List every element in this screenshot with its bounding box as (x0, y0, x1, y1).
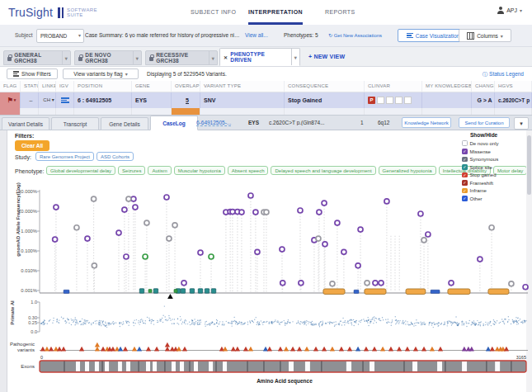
overlap-count[interactable]: 5 (186, 92, 189, 108)
detail-tab-gene-details[interactable]: Gene Details (101, 117, 148, 130)
close-icon[interactable]: ✕ (224, 54, 228, 60)
view-tab-phenotype-driven[interactable]: ✕PHENOTYPE DRIVEN▾ (219, 48, 300, 66)
view-all-link[interactable]: View all... (245, 32, 268, 38)
column-header-status[interactable]: STATUS (21, 81, 39, 92)
svg-text:0.001%: 0.001% (21, 288, 37, 293)
chevron-down-icon: ▾ (14, 92, 16, 108)
column-header-my-knowledgebase[interactable]: MY KNOWLEDGEBASE (422, 81, 472, 92)
new-view-button[interactable]: + NEW VIEW (308, 54, 345, 59)
phenotype-chip[interactable]: Generalized hypotonia (379, 166, 436, 175)
lock-icon (149, 57, 153, 61)
detail-tab-variant-details[interactable]: Variant Details (2, 117, 49, 130)
gene-cell: EYS (132, 92, 172, 108)
status-legend-link[interactable]: ⓘ Status Legend (483, 71, 524, 78)
inframe-points (323, 289, 509, 295)
detail-tab-caselog[interactable]: CaseLog (150, 116, 198, 130)
view-by-flag-dropdown[interactable]: View variants by flag ▾ (63, 68, 139, 79)
get-new-associations-link[interactable]: ↻ Get New Associations (328, 32, 382, 38)
column-header-flag[interactable]: FLAG (0, 81, 21, 92)
phenotypes-count: Phenotypes: 5 (284, 32, 318, 38)
checkbox-checked-icon: ✓ (462, 149, 468, 154)
checkbox-checked-icon: ✓ (462, 172, 468, 178)
exon-bar (40, 361, 526, 372)
column-header-gene[interactable]: GENE (132, 81, 172, 92)
study-chip[interactable]: ASD Cohorts (97, 152, 134, 161)
column-header-hgvs[interactable]: HGVS (495, 81, 532, 92)
clear-all-button[interactable]: Clear All (15, 140, 49, 151)
column-header-variant-type[interactable]: VARIANT TYPE (200, 81, 285, 92)
chevron-down-icon: ▾ (78, 30, 81, 42)
phenotype-chip[interactable]: Global developmental delay (46, 166, 115, 175)
header-tab-interpretation[interactable]: INTERPRETATION (248, 0, 303, 25)
clinvar-empty-box (404, 97, 412, 104)
overlap-cell[interactable]: 5 (172, 92, 200, 108)
columns-button[interactable]: Columns ▾ (459, 29, 511, 42)
chevron-down-icon[interactable]: ▾ (62, 51, 68, 64)
detail-tab-transcript[interactable]: Transcript (51, 117, 99, 130)
linked-cell[interactable]: CH ▾ (39, 92, 56, 108)
legend-item-missense[interactable]: ✓Missense (462, 149, 526, 154)
column-header-consequence[interactable]: CONSEQUENCE (285, 81, 365, 92)
study-chip[interactable]: Rare Genomes Project (35, 152, 94, 161)
view-tab-de-novo-grch38[interactable]: DE NOVO GRCH38▾ (74, 50, 142, 65)
flag-cell[interactable]: ⚑▾ (0, 92, 21, 108)
legend-item-splice-site[interactable]: ✓Splice site (462, 164, 526, 170)
study-chips: Rare Genomes ProjectASD Cohorts (35, 152, 136, 161)
legend-item-label: Missense (470, 149, 491, 154)
consequence-cell: Stop Gained (285, 92, 365, 108)
column-header-linked[interactable]: LINKED (39, 81, 56, 92)
svg-text:0.100%: 0.100% (21, 248, 37, 253)
send-for-curation-button[interactable]: Send for Curation (459, 117, 510, 128)
pathogenic-triangles (40, 342, 509, 352)
table-row[interactable]: ⚑▾–CH ▾6 : 64912505EYS5SNVStop GainedPG … (0, 92, 532, 108)
phenotype-chip[interactable]: Muscular hypotonia (174, 166, 225, 175)
missense-points (53, 193, 528, 290)
phenotype-chip[interactable]: Autism (148, 166, 171, 175)
variant-id-link[interactable]: 6-64912505-... (196, 120, 231, 126)
chevron-down-icon: ▾ (520, 120, 523, 127)
knowledge-network-button[interactable]: Knowledge Network (402, 117, 451, 128)
variant-detail-bar: Variant DetailsTranscriptGene DetailsCas… (0, 115, 532, 130)
phenotype-chip[interactable]: Delayed speech and language development (271, 166, 375, 175)
user-menu[interactable]: APJ ▾ (497, 7, 522, 14)
show-filters-button[interactable]: Show Filters (7, 68, 58, 79)
column-header-position[interactable]: POSITION (74, 81, 132, 92)
chevron-down-icon[interactable]: ▾ (291, 49, 297, 65)
legend-item-label: Stop gained (470, 172, 497, 177)
column-header-clinvar[interactable]: CLINVAR (365, 81, 422, 92)
igv-cell[interactable] (56, 92, 74, 108)
view-tab-general-grch38[interactable]: GENERAL GRCH38▾ (3, 50, 71, 65)
filter-icon (13, 70, 19, 78)
header-tab-reports[interactable]: REPORTS (325, 0, 355, 24)
column-header-overlap[interactable]: OVERLAP (172, 81, 200, 92)
legend-item-stop-gained[interactable]: ✓Stop gained (462, 172, 526, 178)
filters-label: Filters: (15, 133, 34, 139)
view-tab-recessive-grch38[interactable]: RECESSIVE GRCH38▾ (145, 50, 218, 65)
lock-icon (7, 57, 12, 61)
lock-icon (78, 57, 82, 61)
pathogenic-variants-track (0, 335, 532, 357)
svg-text:0.010%: 0.010% (21, 268, 37, 273)
chevron-down-icon[interactable]: ▾ (133, 51, 139, 64)
subject-select[interactable]: PROBAND ▾ (36, 29, 84, 43)
chevron-down-icon[interactable]: ▾ (209, 51, 214, 64)
legend-item-synonymous[interactable]: ✓Synonymous (462, 157, 526, 163)
column-header-change[interactable]: CHANGE (472, 81, 495, 92)
column-header-igv[interactable]: IGV (56, 81, 74, 92)
clinvar-empty-box (395, 97, 403, 104)
legend-denovo-checkbox[interactable]: De novo only (462, 140, 526, 146)
subject-label: Subject (15, 32, 33, 38)
subject-bar: Subject PROBAND ▾ Case Summary: 6 yo mal… (0, 25, 532, 47)
checkbox-checked-icon: ✓ (462, 157, 468, 163)
phenotype-chip[interactable]: Absent speech (228, 166, 269, 175)
phenotype-chip[interactable]: Seizures (118, 166, 145, 175)
position-cell: 6 : 64912505 (74, 92, 132, 108)
svg-text:0.25: 0.25 (28, 320, 37, 325)
legend-item-label: Splice site (470, 165, 492, 170)
header-tab-subject-info[interactable]: SUBJECT INFO (191, 0, 236, 24)
status-cell: – (21, 92, 39, 108)
y-axis: 100.000%10.000%1.000%0.100%0.010%0.001% (16, 189, 528, 293)
igv-icon (61, 97, 69, 104)
collapse-panel-button[interactable]: ▾ (514, 117, 529, 130)
case-summary: Case Summary: 6 yo male referred for his… (85, 32, 242, 38)
